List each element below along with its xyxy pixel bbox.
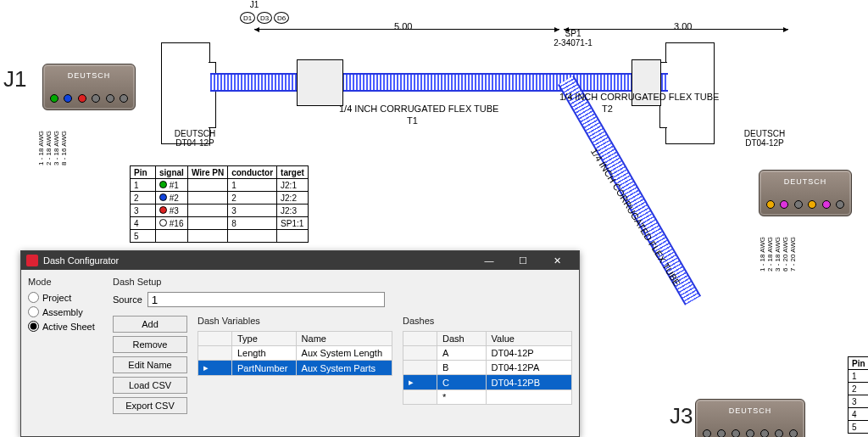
connector-brand: DEUTSCH: [43, 71, 135, 80]
table-row[interactable]: 3 #33J2:3: [131, 204, 309, 217]
mode-project[interactable]: Project: [28, 292, 104, 303]
grid-row[interactable]: LengthAux System Length: [198, 346, 392, 361]
grid-row[interactable]: ▸CDT04-12PB: [403, 375, 572, 390]
label-j3: J3: [670, 403, 693, 429]
dash-configurator-dialog[interactable]: Dash Configurator — ☐ ✕ Mode Project Ass…: [20, 250, 580, 437]
callout-bubbles: D1D3D6: [240, 12, 289, 24]
mode-active-sheet[interactable]: Active Sheet: [28, 321, 104, 332]
pin-col-header: Pin: [131, 166, 156, 179]
table-row[interactable]: 5: [849, 421, 869, 434]
grid-row[interactable]: ▸PartNumberAux System Parts: [198, 361, 392, 376]
tube-t1: T1: [407, 115, 418, 126]
connector-j3[interactable]: DEUTSCH: [695, 399, 805, 437]
table-row[interactable]: 1 #15: [849, 370, 869, 383]
callout-deutsch-left: DEUTSCH DT04-12P: [161, 129, 229, 148]
remove-button[interactable]: Remove: [113, 336, 187, 353]
dash-variables-grid[interactable]: TypeName LengthAux System Length▸PartNum…: [198, 331, 392, 376]
app-icon: [26, 255, 38, 266]
dashes-grid[interactable]: DashValue ADT04-12PBDT04-12PA▸CDT04-12PB…: [403, 331, 572, 405]
maximize-button[interactable]: ☐: [506, 251, 540, 270]
awg-j2: 1 - 18 AWG 2 - 18 AWG 3 - 18 AWG 6 - 20 …: [759, 237, 797, 272]
connector-j1[interactable]: DEUTSCH: [42, 64, 136, 110]
connector-j2[interactable]: DEUTSCH: [759, 170, 852, 216]
tube-main[interactable]: [210, 73, 668, 92]
table-row[interactable]: 2 #22J2:2: [131, 192, 309, 204]
table-row[interactable]: 5: [131, 230, 309, 243]
pin-col-header: conductor: [228, 166, 277, 179]
table-row[interactable]: 4 #19: [849, 408, 869, 421]
pin-table-j1[interactable]: PinsignalWire PNconductortarget 1 #11J2:…: [130, 165, 309, 243]
table-row[interactable]: 3 #19: [849, 395, 869, 408]
dialog-title: Dash Configurator: [43, 255, 119, 266]
dialog-titlebar[interactable]: Dash Configurator — ☐ ✕: [21, 251, 579, 270]
connector-brand: DEUTSCH: [760, 177, 851, 186]
pin-col-header: target: [277, 166, 309, 179]
export-csv-button[interactable]: Export CSV: [113, 397, 187, 414]
tube-clamp-1[interactable]: [297, 59, 343, 106]
callout-deutsch-right: DEUTSCH DT04-12P: [731, 129, 798, 148]
pin-col-header: signal: [156, 166, 188, 179]
dash-setup-label: Dash Setup: [113, 277, 572, 287]
table-row[interactable]: 2 #14: [849, 383, 869, 395]
tube-label-1: 1/4 INCH CORRUGATED FLEX TUBE: [339, 104, 498, 114]
minimize-button[interactable]: —: [472, 251, 506, 270]
close-button[interactable]: ✕: [540, 251, 574, 270]
tube-label-2: 1/4 INCH CORRUGATED FLEX TUBE: [559, 92, 719, 102]
pin-col-header: Wire PN: [187, 166, 227, 179]
tube-label-3: 1/4 INCH CORRUGATED FLEX TUBE: [589, 147, 682, 288]
mode-assembly[interactable]: Assembly: [28, 306, 104, 317]
label-j1: J1: [3, 66, 26, 92]
edit-name-button[interactable]: Edit Name: [113, 356, 187, 373]
dashes-label: Dashes: [403, 316, 572, 326]
load-csv-button[interactable]: Load CSV: [113, 377, 187, 394]
connector-brand: DEUTSCH: [696, 406, 804, 415]
callout-sp: SP1 2-34071-1: [539, 29, 607, 48]
pin-table-j3[interactable]: Pinsignal 1 #152 #143 #194 #195: [848, 356, 868, 434]
table-row[interactable]: 1 #11J2:1: [131, 179, 309, 192]
dim-5: 5.00: [394, 21, 412, 31]
grid-row[interactable]: BDT04-12PA: [403, 361, 572, 375]
awg-j1: 1 - 18 AWG 2 - 18 AWG 3 - 18 AWG 8 - 16 …: [37, 131, 68, 165]
dash-variables-label: Dash Variables: [198, 316, 392, 326]
tube-t2: T2: [602, 104, 613, 114]
source-label: Source: [113, 294, 142, 305]
grid-row[interactable]: *: [403, 390, 572, 405]
grid-row[interactable]: ADT04-12P: [403, 346, 572, 361]
table-row[interactable]: 4 #168SP1:1: [131, 217, 309, 230]
dim-3: 3.00: [674, 21, 692, 31]
pin-col-header: Pin: [849, 357, 869, 370]
callout-j1: J1: [220, 0, 288, 9]
add-button[interactable]: Add: [113, 316, 187, 333]
mode-label: Mode: [28, 277, 104, 287]
source-input[interactable]: [147, 292, 385, 307]
